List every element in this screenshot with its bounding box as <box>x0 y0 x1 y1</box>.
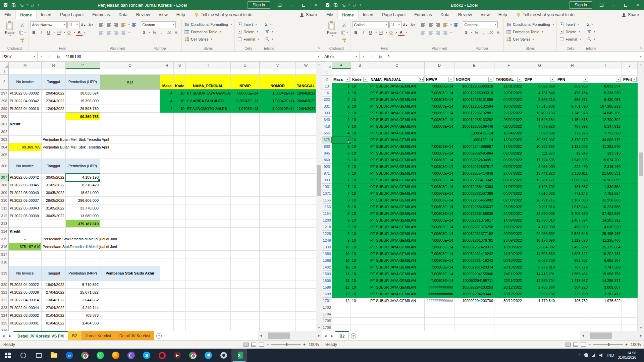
cell-R313[interactable] <box>160 220 174 228</box>
cell-Q321[interactable] <box>100 289 160 296</box>
autosum-button[interactable]: Σ▾ <box>264 21 274 28</box>
cell-S298[interactable]: 10 <box>174 97 186 105</box>
row-header-301[interactable]: 301 <box>0 120 9 128</box>
cell-M312[interactable]: PI.2022.05.00039 <box>9 212 42 220</box>
cell-R306[interactable] <box>160 159 174 174</box>
horizontal-scroll-thumb[interactable] <box>590 333 612 339</box>
cell-F1506[interactable]: 22/11/2022 <box>494 278 523 284</box>
cell-A1699[interactable]: 12 <box>332 291 351 298</box>
row-header-1228[interactable]: 1228 <box>322 231 332 237</box>
redo-button[interactable] <box>351 0 359 10</box>
cell-N1[interactable] <box>42 69 66 75</box>
taskbar-edge-icon[interactable]: e <box>62 349 77 362</box>
cell-E1701[interactable]: 100092294203700 <box>454 298 494 304</box>
cell-S311[interactable] <box>174 204 186 212</box>
cell-H1031[interactable]: 131.857 <box>556 184 589 190</box>
sheet-tab-jurnal-koreksi[interactable]: Jurnal Koreksi <box>82 331 115 340</box>
cell-W302[interactable] <box>296 128 316 136</box>
filter-button-F[interactable]: ▾ <box>517 77 522 82</box>
row-header-1333[interactable]: 1333 <box>322 244 332 251</box>
cell-I322[interactable]: 9.420.081 <box>589 97 622 103</box>
cell-N325[interactable]: 01/04/2022 <box>42 319 66 327</box>
sheet-nav-prev-button[interactable]: ◀ <box>0 331 7 340</box>
cut-button[interactable] <box>18 21 27 28</box>
cell-G845[interactable]: 111.273 <box>523 150 556 157</box>
cell-B1200[interactable]: 10 <box>351 217 369 224</box>
cell-S307[interactable] <box>174 174 186 181</box>
cell-styles-button[interactable]: Cell Styles▾ <box>505 36 555 43</box>
cell-C1503[interactable]: PT SUBUR JAYA GEMILAN <box>369 271 425 278</box>
cell-A1249[interactable]: 9 <box>332 237 351 244</box>
cell-E860[interactable]: 100062262494951 <box>454 157 494 164</box>
cell-J1701[interactable] <box>622 298 638 304</box>
cell-F1228[interactable]: 29/09/2022 <box>494 231 523 237</box>
cell-I16[interactable]: 5.238.030 <box>589 90 622 97</box>
cell-J845[interactable] <box>622 150 638 157</box>
cell-Q307[interactable] <box>100 174 160 181</box>
scroll-up-arrow[interactable]: ▲ <box>638 62 644 67</box>
cell-E1506[interactable]: 100092294155711 <box>454 278 494 284</box>
row-header-1586[interactable]: 1586 <box>322 284 332 291</box>
cell-U301[interactable] <box>231 120 260 128</box>
row-header-304[interactable]: 304 <box>0 143 9 151</box>
collapse-ribbon-button[interactable]: ^ <box>318 47 320 51</box>
row-header-2[interactable]: 2 <box>0 75 9 89</box>
name-box[interactable]: P307▾ <box>0 52 38 61</box>
cell-W312[interactable] <box>296 212 316 220</box>
cell-F1[interactable] <box>494 69 523 76</box>
cell-E1704[interactable] <box>454 311 494 318</box>
cell-N317[interactable] <box>42 251 66 258</box>
cell-V319[interactable] <box>260 266 296 281</box>
horizontal-scroll-track[interactable] <box>264 331 316 340</box>
cell-B1503[interactable]: 10 <box>351 271 369 278</box>
fill-color-button[interactable] <box>388 29 394 36</box>
cell-R322[interactable] <box>160 296 174 304</box>
cell-T1[interactable] <box>186 69 231 75</box>
cell-P299[interactable]: 26.593.730 <box>66 105 100 113</box>
cell-S320[interactable] <box>174 281 186 289</box>
cell-V297[interactable]: 1,00042E+14 <box>260 89 296 97</box>
cell-H1249[interactable]: 1.119.370 <box>556 237 589 244</box>
cell-C1249[interactable]: PT SUBUR JAYA GEMILAN <box>369 237 425 244</box>
formula-bar-expand-button[interactable]: ▾ <box>638 52 644 61</box>
cell-V321[interactable] <box>260 289 296 296</box>
cell-R310[interactable] <box>160 197 174 204</box>
cell-T318[interactable] <box>186 258 231 266</box>
cell-U321[interactable] <box>231 289 260 296</box>
cell-M308[interactable]: PI.2022.05.00045 <box>9 181 42 189</box>
cell-T301[interactable] <box>186 120 231 128</box>
taskbar-opera-icon[interactable] <box>154 349 170 362</box>
enter-button[interactable]: ✓ <box>48 54 51 59</box>
row-header-340[interactable]: 340 <box>322 117 332 123</box>
taskbar-chrome-icon[interactable] <box>77 349 93 362</box>
cell-A1200[interactable]: 9 <box>332 217 351 224</box>
cell-B16[interactable]: 10 <box>351 90 369 97</box>
cell-E993[interactable]: 100072255413349 <box>454 177 494 184</box>
cell-S323[interactable] <box>174 304 186 312</box>
cell-C655[interactable]: PT SUBUR JAYA GEMILAN <box>369 130 425 137</box>
scroll-right-arrow[interactable]: ▶ <box>316 334 322 337</box>
tab-help[interactable]: Help <box>172 10 190 19</box>
cell-N306[interactable]: Tanggal <box>42 159 66 174</box>
security-shield-icon[interactable] <box>584 353 588 358</box>
cell-E1071[interactable]: 100062262537369 <box>454 190 494 197</box>
cell-C1704[interactable] <box>369 311 425 318</box>
cell-R300[interactable] <box>160 113 174 120</box>
undo-button[interactable] <box>17 0 25 10</box>
cell-T307[interactable] <box>186 174 231 181</box>
cell-D1398[interactable]: 7,00803E+14 <box>425 257 454 264</box>
scroll-left-arrow[interactable]: ◀ <box>580 334 586 337</box>
cell-W298[interactable]: 20/04/2022 <box>296 97 316 105</box>
cell-T312[interactable] <box>186 212 231 220</box>
cell-J1503[interactable] <box>622 271 638 278</box>
cell-N2[interactable]: Tanggal <box>42 75 66 89</box>
format-as-table-button[interactable]: Format as Table▾ <box>183 28 233 35</box>
sheet-tab-detail-jv-koreksi[interactable]: Detail JV Koreksi <box>115 331 154 340</box>
increase-decimal-button[interactable]: .00 <box>166 29 172 36</box>
cell-W300[interactable] <box>296 113 316 120</box>
cell-V323[interactable] <box>260 304 296 312</box>
cell-S312[interactable] <box>174 212 186 220</box>
cell-C1155[interactable]: PT SUBUR JAYA GEMILAN <box>369 197 425 204</box>
cell-J1705[interactable] <box>622 318 638 324</box>
font-size-select[interactable]: 11▾ <box>389 21 401 28</box>
